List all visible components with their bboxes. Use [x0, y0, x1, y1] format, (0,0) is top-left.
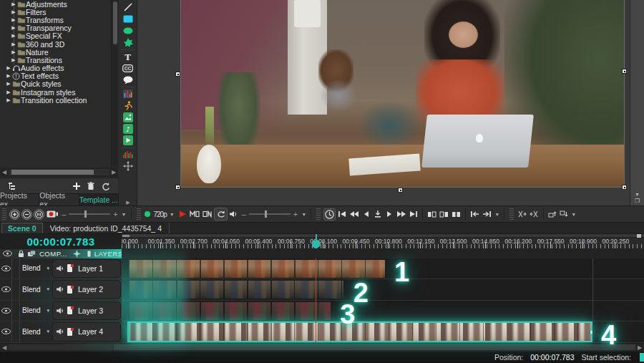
speaker-icon[interactable] [56, 307, 64, 314]
toolbar-grip[interactable] [509, 208, 514, 220]
scroll-right-icon[interactable]: ▶ [635, 344, 644, 351]
overwrite-fragment-button[interactable] [438, 208, 450, 221]
scene-capture-button[interactable] [45, 208, 59, 221]
star4-icon[interactable] [73, 250, 81, 258]
right-collapsed-panel[interactable]: ▾ ❒ [630, 0, 644, 205]
selection-start-button[interactable] [469, 208, 481, 221]
timeline-ruler[interactable]: 00.00000:01.35000:02.70000:04.05000:05.4… [122, 234, 644, 249]
volume-slider[interactable]: –+ [242, 210, 298, 218]
bar-icon[interactable] [87, 250, 92, 258]
mute-button[interactable] [228, 208, 240, 221]
expand-arrow-icon[interactable]: ▶ [11, 9, 16, 15]
expand-arrow-icon[interactable]: ▶ [11, 57, 16, 63]
layer-card[interactable]: Layer 3 [52, 301, 121, 321]
movement-tool-button[interactable] [120, 160, 136, 172]
tool-strip-expand-icon[interactable]: ▶ [119, 200, 137, 205]
selection-handle-bottom-right[interactable] [622, 185, 627, 190]
tree-item-adjustments[interactable]: ▶Adjustments [0, 0, 111, 8]
tree-item-360-and-3d[interactable]: ▶360 and 3D [0, 40, 111, 48]
effects-vertical-scrollbar[interactable] [111, 0, 118, 166]
expand-arrow-icon[interactable]: ▶ [6, 89, 11, 95]
chevron-down-icon[interactable]: ▾ [47, 308, 49, 314]
toolbar-grip[interactable] [137, 208, 141, 220]
tab-projects-ex-[interactable]: Projects ex... [0, 194, 39, 205]
eye-icon[interactable] [1, 329, 11, 334]
blend-mode-select[interactable]: Blend▾ [20, 279, 52, 300]
toolbar-grip[interactable] [2, 208, 6, 220]
clip-layer-2[interactable] [129, 281, 343, 299]
speaker-icon[interactable] [56, 286, 64, 293]
loop-playback-button[interactable] [214, 208, 228, 221]
delete-button[interactable] [84, 180, 98, 193]
eye-icon[interactable] [1, 308, 11, 314]
scroll-right-icon[interactable]: ▶ [109, 169, 118, 175]
tree-item-transforms[interactable]: ▶Transforms [0, 16, 111, 24]
chart-tool-button[interactable] [120, 88, 136, 100]
add-button[interactable] [69, 180, 84, 193]
cut-end-button[interactable] [528, 208, 540, 221]
text-tool-button[interactable]: T [120, 51, 136, 62]
fast-forward-button[interactable] [395, 208, 408, 221]
tree-item-transition-collection[interactable]: ▶Transition collection [0, 96, 111, 104]
zoom-in-button[interactable] [9, 209, 20, 220]
window-restore-icon[interactable]: ❒ [630, 198, 644, 204]
layer-card[interactable]: Layer 4 [52, 322, 121, 342]
scroll-left-icon[interactable]: ◀ [0, 169, 9, 175]
selection-handle-right[interactable] [622, 69, 627, 74]
audio-spectrum-button[interactable] [120, 149, 136, 160]
counter-tool-button[interactable]: CC [120, 62, 136, 74]
expand-arrow-icon[interactable]: ▶ [11, 42, 16, 47]
tree-item-audio-effects[interactable]: ▶Audio effects [0, 64, 111, 72]
slider-minus-icon[interactable]: – [242, 210, 246, 218]
refresh-button[interactable] [98, 180, 112, 193]
add-audio-button[interactable]: ♪ [120, 123, 136, 135]
time-display-button[interactable] [323, 208, 336, 221]
chevron-down-icon[interactable]: ▼ [571, 212, 576, 217]
video-frame[interactable] [180, 0, 625, 188]
layer-name[interactable]: Layer 1 [78, 264, 103, 273]
clip-layer-4[interactable] [129, 323, 591, 341]
tooltip-tool-button[interactable] [120, 74, 136, 85]
effects-horizontal-scrollbar[interactable]: ◀ ▶ [0, 168, 118, 177]
marker-flag-icon[interactable] [67, 264, 72, 272]
layers-stack-icon[interactable] [27, 250, 36, 258]
rewind-button[interactable] [348, 208, 361, 221]
clip-layer-3[interactable] [129, 302, 331, 320]
fit-screen-button[interactable] [201, 208, 214, 221]
play-preview-button[interactable] [177, 208, 188, 221]
ellipse-tool-button[interactable] [120, 25, 136, 37]
blend-mode-select[interactable]: Blend▾ [20, 258, 52, 279]
add-image-button[interactable] [120, 112, 136, 123]
tree-item-transparency[interactable]: ▶Transparency [0, 24, 111, 32]
tree-item-special-fx[interactable]: ▶Special FX [0, 32, 111, 40]
tree-view-button[interactable] [6, 180, 20, 193]
chevron-down-icon[interactable]: ▾ [630, 191, 644, 198]
layer-name[interactable]: Layer 2 [78, 285, 103, 294]
blend-mode-select[interactable]: Blend▾ [20, 321, 52, 342]
selection-handle-left[interactable] [175, 72, 180, 77]
step-back-button[interactable] [361, 208, 372, 221]
replace-fragment-button[interactable] [450, 208, 462, 221]
marker-flag-icon[interactable] [67, 286, 72, 294]
tree-item-nature[interactable]: ▶Nature [0, 48, 111, 56]
tree-item-transitions[interactable]: ▶Transitions [0, 56, 111, 64]
chevron-down-icon[interactable]: ▾ [47, 329, 49, 334]
speaker-icon[interactable] [56, 328, 64, 335]
tab-video-clip[interactable]: Video: production ID_4435754_ 4 [43, 223, 170, 233]
insert-fragment-button[interactable] [426, 208, 438, 221]
eye-icon[interactable] [1, 266, 11, 271]
tab-objects-ex-[interactable]: Objects ex... [39, 194, 79, 205]
chevron-down-icon[interactable]: ▼ [301, 212, 306, 217]
eye-icon[interactable] [1, 286, 11, 292]
fit-scene-button[interactable] [188, 208, 201, 221]
set-cursor-button[interactable] [372, 208, 384, 221]
expand-arrow-icon[interactable]: ▶ [6, 65, 11, 71]
layer-name[interactable]: Layer 3 [78, 306, 103, 315]
selection-handle-bottom-center[interactable] [398, 188, 403, 193]
expand-arrow-icon[interactable]: ▶ [6, 73, 11, 79]
animation-tool-button[interactable] [120, 100, 136, 111]
marker-flag-icon[interactable] [67, 306, 72, 314]
tree-item-text-effects[interactable]: ▶TText effects [0, 72, 111, 80]
expand-arrow-icon[interactable]: ▶ [11, 33, 16, 39]
tree-item-filters[interactable]: ▶Filters [0, 8, 111, 16]
